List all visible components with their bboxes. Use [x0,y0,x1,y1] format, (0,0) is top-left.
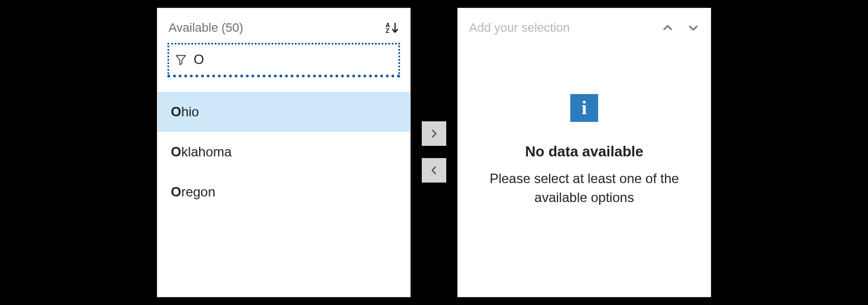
available-title: Available (50) [169,21,243,35]
filter-input[interactable] [187,51,393,68]
empty-title: No data available [471,143,697,160]
chevron-up-icon [662,22,674,34]
move-up-button[interactable] [662,22,674,34]
filter-icon [175,53,187,66]
selected-prompt: Add your selection [469,21,570,35]
move-right-button[interactable] [422,121,446,146]
arrow-down-icon [391,22,399,34]
sort-az-icon: AZ [386,22,390,33]
chevron-right-icon [428,128,440,139]
list-item-label: Oregon [171,184,215,200]
filter-wrap [157,43,410,85]
chevron-down-icon [687,22,699,34]
list-item-label: Ohio [171,104,199,120]
list-item-label: Oklahoma [171,144,231,160]
list-item[interactable]: Oregon [157,172,410,212]
list-item[interactable]: Oklahoma [157,132,410,172]
sort-az-button[interactable]: AZ [386,22,399,34]
move-left-button[interactable] [422,158,446,183]
available-header: Available (50) AZ [157,8,410,43]
chevron-left-icon [428,165,440,176]
selected-panel: Add your selection i No data available [457,8,711,297]
available-panel: Available (50) AZ Ohio [157,8,411,297]
reorder-controls [662,22,699,34]
filter-box[interactable] [167,43,400,77]
selected-header: Add your selection [458,8,711,43]
list-item[interactable]: Ohio [157,92,410,132]
move-down-button[interactable] [687,22,699,34]
available-list: Ohio Oklahoma Oregon [157,85,410,212]
empty-subtitle: Please select at least one of the availa… [471,169,697,206]
info-icon: i [570,94,598,122]
empty-state: i No data available Please select at lea… [458,43,711,206]
